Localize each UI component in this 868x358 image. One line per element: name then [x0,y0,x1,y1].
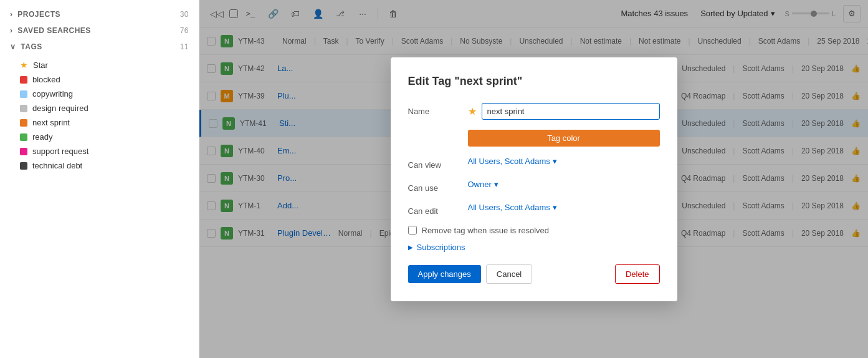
color-label-spacer [408,130,458,133]
modal-overlay: Edit Tag "next sprint" Name ★ [199,0,868,358]
can-edit-label: Can edit [408,203,458,216]
can-view-value: All Users, Scott Adams [468,157,550,166]
can-edit-select[interactable]: All Users, Scott Adams ▾ [468,203,557,212]
tag-dot-blocked [20,76,27,84]
tag-color-btn[interactable]: Tag color [468,130,660,147]
remove-tag-row: Remove tag when issue is resolved [408,226,660,235]
name-label: Name [408,103,458,116]
main-content: ◁◁ >_ 🔗 🏷 👤 ⎇ ··· 🗑 [199,0,868,358]
tag-dot-support-request [20,148,27,155]
saved-searches-label: SAVED SEARCHES [17,26,90,35]
can-edit-chevron-icon: ▾ [553,203,557,212]
tags-count: 11 [180,42,189,51]
tag-item-copywriting[interactable]: copywriting [0,87,199,101]
can-use-control: Owner ▾ [468,180,660,189]
tag-name-copywriting: copywriting [32,89,73,99]
tag-dot-next-sprint [20,119,27,127]
saved-searches-chevron-icon: › [10,26,13,35]
sidebar: › PROJECTS 30 › SAVED SEARCHES 76 ∨ TAGS… [0,0,199,358]
tag-item-ready[interactable]: ready [0,130,199,144]
can-view-form-row: Can view All Users, Scott Adams ▾ [408,157,660,170]
tag-dot-technical-debt [20,162,27,170]
can-use-value: Owner [468,180,492,189]
tag-item-blocked[interactable]: blocked [0,72,199,87]
can-use-select[interactable]: Owner ▾ [468,180,498,189]
sidebar-tags-header[interactable]: ∨ TAGS 11 [0,39,199,55]
can-edit-control: All Users, Scott Adams ▾ [468,203,660,212]
edit-tag-modal: Edit Tag "next sprint" Name ★ [391,57,677,301]
subscriptions-arrow-icon: ▶ [408,244,413,251]
tag-dot-design-required [20,105,27,112]
remove-tag-label: Remove tag when issue is resolved [422,226,550,235]
can-use-label: Can use [408,180,458,193]
remove-tag-checkbox[interactable] [408,226,417,235]
tag-dot-ready [20,133,27,141]
tag-item-support-request[interactable]: support request [0,144,199,158]
can-view-label: Can view [408,157,458,170]
name-star-icon: ★ [468,105,477,117]
tags-chevron-icon: ∨ [10,42,16,51]
subscriptions-row[interactable]: ▶ Subscriptions [408,243,660,252]
tag-name-next-sprint: next sprint [32,118,70,127]
can-view-select[interactable]: All Users, Scott Adams ▾ [468,157,557,166]
tag-name-support-request: support request [32,147,88,156]
sidebar-projects-header[interactable]: › PROJECTS 30 [0,6,199,22]
can-use-form-row: Can use Owner ▾ [408,180,660,193]
tag-item-star[interactable]: ★ Star [0,57,199,72]
projects-label: PROJECTS [17,10,60,19]
can-view-chevron-icon: ▾ [553,157,557,166]
tag-item-technical-debt[interactable]: technical debt [0,158,199,173]
tag-name-input[interactable] [482,103,660,120]
can-edit-form-row: Can edit All Users, Scott Adams ▾ [408,203,660,216]
tags-label: TAGS [21,42,42,51]
modal-title: Edit Tag "next sprint" [408,75,660,88]
saved-searches-count: 76 [180,26,189,35]
sidebar-saved-searches-header[interactable]: › SAVED SEARCHES 76 [0,22,199,39]
modal-actions: Apply changes Cancel Delete [408,264,660,284]
projects-count: 30 [180,10,189,19]
tag-list: ★ Star blocked copywriting [0,55,199,175]
tag-name-ready: ready [32,132,53,142]
name-form-control: ★ [468,103,660,120]
star-icon: ★ [20,60,28,70]
can-edit-value: All Users, Scott Adams [468,203,550,212]
can-use-chevron-icon: ▾ [494,180,498,189]
tag-name-blocked: blocked [32,75,60,84]
tag-dot-copywriting [20,90,27,98]
tag-name-design-required: design required [32,104,88,113]
name-form-row: Name ★ [408,103,660,120]
color-form-control: Tag color [468,130,660,147]
subscriptions-label: Subscriptions [417,243,465,252]
can-view-control: All Users, Scott Adams ▾ [468,157,660,166]
delete-button[interactable]: Delete [615,264,660,284]
tag-name-technical-debt: technical debt [32,161,82,170]
projects-chevron-icon: › [10,10,13,19]
cancel-button[interactable]: Cancel [486,264,532,284]
apply-changes-button[interactable]: Apply changes [408,265,481,283]
tag-item-next-sprint[interactable]: next sprint [0,115,199,130]
color-form-row: Tag color [408,130,660,147]
tag-name-star: Star [33,60,48,70]
tag-item-design-required[interactable]: design required [0,101,199,115]
